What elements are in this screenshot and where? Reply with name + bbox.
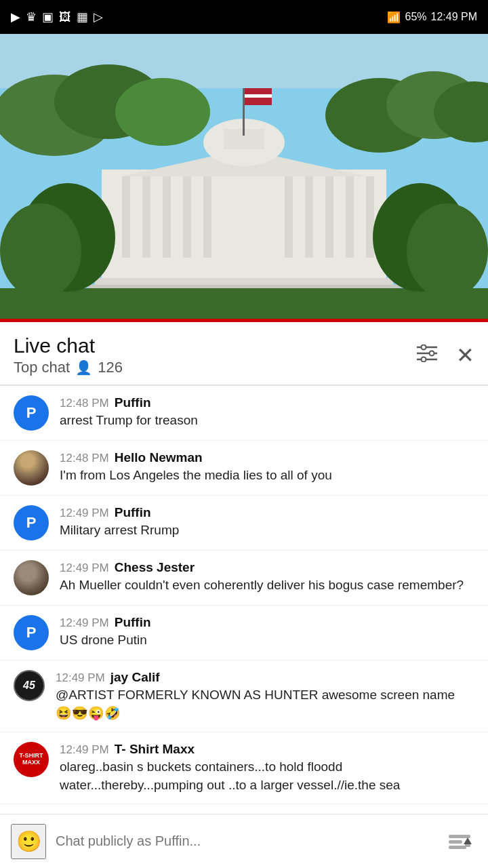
- message-text-4: Ah Mueller couldn't even coherently deli…: [60, 576, 474, 595]
- message-meta-7: 12:49 PM T- Shirt Maxx: [60, 742, 474, 757]
- chat-list: P 12:48 PM Puffin arrest Trump for treas…: [0, 386, 488, 859]
- arrow-icon: ▷: [94, 9, 103, 24]
- message-body-2: 12:48 PM Hello Newman I'm from Los Angel…: [60, 450, 474, 485]
- message-meta-3: 12:49 PM Puffin: [60, 505, 474, 520]
- file-icon: ▣: [42, 9, 54, 24]
- svg-rect-24: [245, 88, 272, 92]
- top-chat-row: Top chat 👤 126: [14, 359, 123, 376]
- time-display: 12:49 PM: [431, 11, 477, 23]
- message-body-3: 12:49 PM Puffin Military arrest Rrump: [60, 505, 474, 540]
- viewer-icon: 👤: [75, 359, 92, 376]
- svg-rect-15: [305, 176, 313, 258]
- filter-icon[interactable]: [417, 344, 437, 367]
- message-user-5: Puffin: [115, 615, 151, 630]
- svg-rect-42: [449, 846, 466, 849]
- chat-input[interactable]: [56, 833, 432, 849]
- message-text-1: arrest Trump for treason: [60, 412, 474, 430]
- status-bar: ▶ ♛ ▣ 🖼 ▦ ▷ 📶 65% 12:49 PM: [0, 0, 488, 34]
- svg-rect-29: [0, 288, 488, 319]
- play-icon: ▶: [11, 9, 20, 24]
- crown-icon: ♛: [26, 9, 37, 24]
- svg-rect-17: [346, 176, 354, 258]
- chat-message-4: 12:49 PM Chess Jester Ah Mueller couldn'…: [0, 551, 488, 606]
- svg-rect-12: [183, 176, 191, 258]
- message-meta-4: 12:49 PM Chess Jester: [60, 560, 474, 575]
- message-meta-1: 12:48 PM Puffin: [60, 395, 474, 410]
- viewer-count: 126: [98, 359, 123, 376]
- message-user-7: T- Shirt Maxx: [115, 742, 195, 757]
- status-bar-left: ▶ ♛ ▣ 🖼 ▦ ▷: [11, 9, 103, 24]
- svg-point-35: [422, 344, 426, 349]
- input-bar: 🙂: [0, 814, 488, 868]
- svg-rect-18: [366, 176, 374, 258]
- message-user-4: Chess Jester: [115, 560, 195, 575]
- svg-rect-22: [243, 88, 245, 136]
- chat-message-1: P 12:48 PM Puffin arrest Trump for treas…: [0, 386, 488, 441]
- svg-point-31: [0, 203, 81, 298]
- emoji-button[interactable]: 🙂: [11, 824, 46, 859]
- message-body-4: 12:49 PM Chess Jester Ah Mueller couldn'…: [60, 560, 474, 595]
- message-user-2: Hello Newman: [115, 450, 203, 465]
- message-time-5: 12:49 PM: [60, 616, 109, 630]
- avatar-jay-calif: 45: [14, 670, 45, 701]
- svg-point-39: [422, 357, 426, 361]
- message-body-1: 12:48 PM Puffin arrest Trump for treason: [60, 395, 474, 430]
- avatar-puffin-1: P: [14, 395, 49, 431]
- video-player[interactable]: [0, 34, 488, 319]
- svg-marker-44: [464, 837, 472, 844]
- send-button[interactable]: [442, 824, 477, 859]
- svg-rect-13: [203, 176, 211, 258]
- message-text-3: Military arrest Rrump: [60, 521, 474, 540]
- svg-rect-14: [285, 176, 293, 258]
- svg-rect-16: [325, 176, 333, 258]
- svg-rect-10: [142, 176, 150, 258]
- message-user-6: jay Calif: [110, 670, 160, 685]
- message-text-7: olareg..basin s buckets containers...to …: [60, 758, 474, 794]
- message-time-7: 12:49 PM: [60, 743, 109, 757]
- message-meta-5: 12:49 PM Puffin: [60, 615, 474, 630]
- status-bar-right: 📶 65% 12:49 PM: [387, 11, 477, 24]
- svg-point-37: [430, 351, 434, 355]
- avatar-chess-jester: [14, 560, 49, 595]
- chat-message-3: P 12:49 PM Puffin Military arrest Rrump: [0, 496, 488, 551]
- image-icon: 🖼: [59, 10, 71, 24]
- message-text-2: I'm from Los Angeles the media lies to a…: [60, 467, 474, 485]
- avatar-hello-newman: [14, 450, 49, 486]
- chat-header-actions: ✕: [417, 342, 474, 368]
- message-body-7: 12:49 PM T- Shirt Maxx olareg..basin s b…: [60, 742, 474, 794]
- grid-icon: ▦: [77, 9, 88, 24]
- video-content: [0, 34, 488, 319]
- wifi-icon: 📶: [387, 11, 401, 24]
- message-user-1: Puffin: [115, 395, 151, 410]
- chat-message-5: P 12:49 PM Puffin US drone Putin: [0, 606, 488, 660]
- svg-point-4: [115, 78, 210, 146]
- message-body-6: 12:49 PM jay Calif @ARTIST FORMERLY KNOW…: [56, 670, 474, 722]
- avatar-puffin-3: P: [14, 505, 49, 540]
- avatar-puffin-5: P: [14, 615, 49, 650]
- message-text-5: US drone Putin: [60, 631, 474, 650]
- svg-rect-11: [163, 176, 171, 258]
- chat-message-2: 12:48 PM Hello Newman I'm from Los Angel…: [0, 441, 488, 496]
- message-time-1: 12:48 PM: [60, 397, 109, 410]
- avatar-tshirt-maxx: T-SHIRT MAXX: [14, 742, 49, 777]
- message-meta-2: 12:48 PM Hello Newman: [60, 450, 474, 465]
- message-time-6: 12:49 PM: [56, 671, 105, 685]
- message-user-3: Puffin: [115, 505, 151, 520]
- close-icon[interactable]: ✕: [456, 342, 474, 368]
- message-time-3: 12:49 PM: [60, 507, 109, 520]
- message-time-4: 12:49 PM: [60, 561, 109, 575]
- chat-message-7: T-SHIRT MAXX 12:49 PM T- Shirt Maxx olar…: [0, 732, 488, 804]
- svg-rect-40: [449, 835, 470, 838]
- chat-message-6: 45 12:49 PM jay Calif @ARTIST FORMERLY K…: [0, 660, 488, 732]
- svg-rect-26: [245, 100, 272, 104]
- live-chat-title: Live chat: [14, 334, 123, 357]
- svg-rect-41: [449, 840, 462, 844]
- message-body-5: 12:49 PM Puffin US drone Putin: [60, 615, 474, 650]
- message-meta-6: 12:49 PM jay Calif: [56, 670, 474, 685]
- chat-header: Live chat Top chat 👤 126 ✕: [0, 322, 488, 385]
- message-time-2: 12:48 PM: [60, 452, 109, 465]
- battery-text: 65%: [405, 11, 426, 23]
- chat-header-info: Live chat Top chat 👤 126: [14, 334, 123, 376]
- svg-rect-25: [245, 94, 272, 98]
- svg-point-33: [407, 203, 488, 298]
